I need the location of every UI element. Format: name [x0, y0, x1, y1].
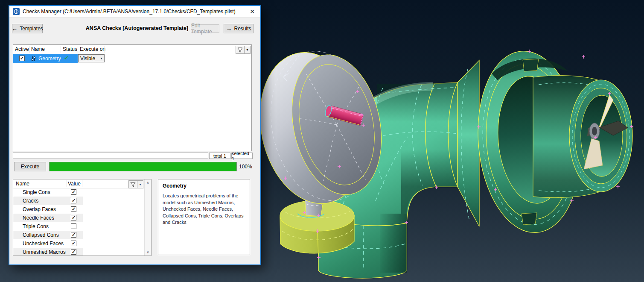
col-execute-on: Execute on: [80, 46, 105, 52]
progress-fill: [50, 162, 236, 171]
col-param-name: Name: [16, 181, 29, 187]
param-checkbox[interactable]: ✓: [71, 189, 76, 195]
checks-filter-group: ▼: [236, 46, 251, 54]
params-filter-group: ▼: [128, 180, 143, 188]
parameters-header: Name Value ▼: [13, 179, 151, 188]
status-passed-icon: ✔: [64, 55, 69, 61]
edit-template-label: Edit Template: [191, 23, 219, 35]
checks-manager-dialog: Checks Manager (C:/Users/Admin/.BETA/ANS…: [9, 5, 261, 265]
forward-arrow-icon: →: [226, 26, 232, 31]
app-logo-icon: [13, 8, 20, 15]
checks-table-header: Active Name Status Execute on ▼: [13, 45, 251, 54]
check-mark: ✓: [72, 206, 76, 212]
parameters-table: Name Value ▼ Single Cons: [13, 179, 152, 256]
param-checkbox[interactable]: ✓: [71, 215, 76, 220]
checks-table: Active Name Status Execute on ▼: [13, 44, 252, 151]
filter-icon[interactable]: [236, 46, 245, 54]
param-row[interactable]: Overlap Faces ✓: [13, 205, 83, 214]
param-checkbox[interactable]: ✓: [71, 241, 76, 246]
params-scrollbar[interactable]: ∧ ∨: [144, 179, 151, 256]
col-param-value: Value: [68, 181, 81, 187]
param-checkbox[interactable]: ✓: [71, 232, 76, 238]
results-label: Results: [234, 26, 251, 32]
dialog-content: ← Templates ANSA Checks [Autogenerated T…: [9, 18, 260, 264]
filter-caret-icon[interactable]: ▼: [245, 46, 251, 54]
filter-caret-icon[interactable]: ▼: [137, 180, 143, 188]
check-mark: ✓: [20, 56, 24, 61]
description-body: Locates geometrical problems of the mode…: [163, 193, 245, 226]
param-checkbox[interactable]: ✓: [71, 223, 76, 229]
status-empty-box: [13, 153, 208, 159]
check-mark: ✓: [72, 232, 76, 237]
edit-template-button[interactable]: Edit Template: [191, 24, 219, 33]
check-name: Geometry: [38, 56, 61, 62]
param-row[interactable]: Collapsed Cons ✓: [13, 231, 83, 239]
check-mark: ✓: [72, 189, 76, 194]
param-row[interactable]: Triple Cons ✓: [13, 222, 83, 231]
back-arrow-icon: ←: [12, 26, 17, 31]
col-name: Name: [31, 46, 45, 52]
check-mark: ✓: [72, 215, 76, 220]
total-count: total 1: [209, 153, 230, 159]
selected-count: selected 1: [231, 153, 253, 159]
param-checkbox[interactable]: ✓: [71, 206, 76, 212]
execute-label: Execute: [21, 164, 39, 170]
param-row[interactable]: Unmeshed Macros ✓: [13, 248, 83, 256]
param-row[interactable]: Single Cons ✓: [13, 188, 83, 197]
scroll-up-icon[interactable]: ∧: [145, 181, 151, 185]
check-type-icon: [31, 56, 36, 62]
description-title: Geometry: [163, 183, 245, 189]
title-bar[interactable]: Checks Manager (C:/Users/Admin/.BETA/ANS…: [9, 6, 260, 18]
param-checkbox[interactable]: ✓: [71, 198, 76, 203]
screen: Checks Manager (C:/Users/Admin/.BETA/ANS…: [0, 0, 644, 282]
templates-label: Templates: [20, 26, 43, 32]
check-mark: ✓: [72, 241, 76, 246]
close-icon[interactable]: ✕: [246, 6, 259, 17]
col-active: Active: [15, 46, 29, 52]
execute-on-value: Visible: [79, 56, 100, 62]
check-mark: ✓: [72, 198, 76, 203]
execute-on-dropdown[interactable]: Visible ▼: [78, 54, 105, 62]
progress-percent: 100%: [239, 164, 252, 170]
templates-button[interactable]: ← Templates: [12, 24, 43, 33]
param-row[interactable]: Needle Faces ✓: [13, 214, 83, 222]
param-row[interactable]: Unchecked Faces ✓: [13, 239, 83, 248]
parameters-rows: Single Cons ✓ Cracks ✓: [13, 188, 145, 256]
filter-icon[interactable]: [128, 180, 137, 188]
active-checkbox[interactable]: ✓: [19, 56, 25, 61]
check-row-geometry[interactable]: ✓ Geometry ✔ Visible ▼: [13, 54, 251, 63]
window-title: Checks Manager (C:/Users/Admin/.BETA/ANS…: [23, 9, 243, 15]
dropdown-caret-icon: ▼: [100, 57, 104, 60]
results-button[interactable]: → Results: [224, 24, 254, 33]
execute-button[interactable]: Execute: [14, 162, 46, 171]
scroll-down-icon[interactable]: ∨: [145, 250, 151, 254]
col-status: Status: [63, 46, 77, 52]
check-mark: ✓: [72, 249, 76, 254]
progress-bar: [49, 162, 237, 171]
param-row[interactable]: Cracks ✓: [13, 197, 83, 205]
param-checkbox[interactable]: ✓: [71, 249, 76, 255]
description-panel: Geometry Locates geometrical problems of…: [158, 179, 250, 255]
